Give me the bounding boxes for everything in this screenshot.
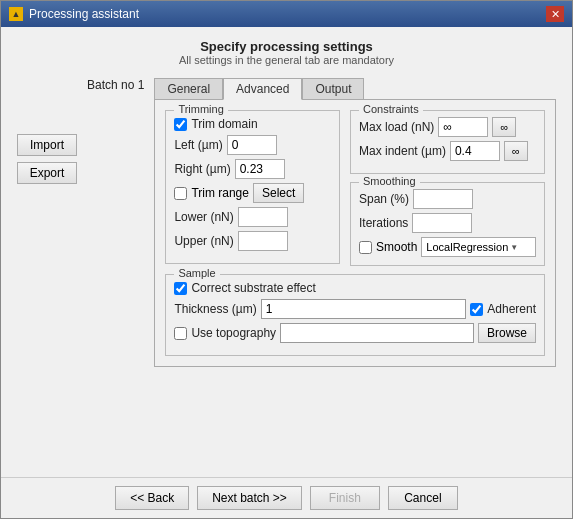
- window-title: Processing assistant: [29, 7, 139, 21]
- max-load-label: Max load (nN): [359, 120, 434, 134]
- select-button[interactable]: Select: [253, 183, 304, 203]
- trimming-group: Trimming Trim domain Left (µm): [165, 110, 340, 264]
- left-input[interactable]: [227, 135, 277, 155]
- sample-group: Sample Correct substrate effect Thicknes…: [165, 274, 545, 356]
- smooth-method-text: LocalRegression: [426, 241, 508, 253]
- title-bar: ▲ Processing assistant ✕: [1, 1, 572, 27]
- correct-substrate-text: Correct substrate effect: [191, 281, 316, 295]
- constraints-group: Constraints Max load (nN) ∞ Max indent (…: [350, 110, 545, 174]
- max-load-row: Max load (nN) ∞: [359, 117, 536, 137]
- main-window: ▲ Processing assistant ✕ Specify process…: [0, 0, 573, 519]
- import-button[interactable]: Import: [17, 134, 77, 156]
- thickness-row: Thickness (µm) Adherent: [174, 299, 536, 319]
- tab-output[interactable]: Output: [302, 78, 364, 100]
- lower-input[interactable]: [238, 207, 288, 227]
- right-input[interactable]: [235, 159, 285, 179]
- iterations-label: Iterations: [359, 216, 408, 230]
- next-batch-button[interactable]: Next batch >>: [197, 486, 302, 510]
- thickness-input[interactable]: [261, 299, 467, 319]
- browse-button[interactable]: Browse: [478, 323, 536, 343]
- tab-advanced[interactable]: Advanced: [223, 78, 302, 100]
- use-topography-checkbox[interactable]: [174, 327, 187, 340]
- smoothing-group: Smoothing Span (%) Iterations: [350, 182, 545, 266]
- span-label: Span (%): [359, 192, 409, 206]
- tab-content-advanced: Trimming Trim domain Left (µm): [154, 99, 556, 367]
- footer: << Back Next batch >> Finish Cancel: [1, 477, 572, 518]
- lower-row: Lower (nN): [174, 207, 331, 227]
- header-title: Specify processing settings: [17, 39, 556, 54]
- header-section: Specify processing settings All settings…: [17, 39, 556, 66]
- max-indent-inf-button[interactable]: ∞: [504, 141, 528, 161]
- correct-substrate-row: Correct substrate effect: [174, 281, 536, 295]
- finish-button[interactable]: Finish: [310, 486, 380, 510]
- thickness-label: Thickness (µm): [174, 302, 256, 316]
- right-panel: Constraints Max load (nN) ∞ Max indent (…: [350, 110, 545, 266]
- adherent-text: Adherent: [487, 302, 536, 316]
- trim-domain-checkbox[interactable]: [174, 118, 187, 131]
- trim-range-checkbox[interactable]: [174, 187, 187, 200]
- export-button[interactable]: Export: [17, 162, 77, 184]
- close-button[interactable]: ✕: [546, 6, 564, 22]
- topography-input[interactable]: [280, 323, 474, 343]
- right-row: Right (µm): [174, 159, 331, 179]
- back-button[interactable]: << Back: [115, 486, 189, 510]
- span-row: Span (%): [359, 189, 536, 209]
- left-row: Left (µm): [174, 135, 331, 155]
- batch-section: Batch no 1 General Advanced Output Trimm…: [87, 78, 556, 465]
- iterations-input[interactable]: [412, 213, 472, 233]
- iterations-row: Iterations: [359, 213, 536, 233]
- trim-domain-text: Trim domain: [191, 117, 257, 131]
- app-icon: ▲: [9, 7, 23, 21]
- topography-row: Use topography Browse: [174, 323, 536, 343]
- max-indent-label: Max indent (µm): [359, 144, 446, 158]
- trim-range-text: Trim range: [191, 186, 249, 200]
- smoothing-label: Smoothing: [359, 175, 420, 187]
- adherent-checkbox[interactable]: [470, 303, 483, 316]
- title-bar-left: ▲ Processing assistant: [9, 7, 139, 21]
- trim-domain-row: Trim domain: [174, 117, 331, 131]
- header-subtitle: All settings in the general tab are mand…: [17, 54, 556, 66]
- constraints-label: Constraints: [359, 103, 423, 115]
- tabs: General Advanced Output: [154, 78, 556, 100]
- span-input[interactable]: [413, 189, 473, 209]
- left-label: Left (µm): [174, 138, 222, 152]
- cancel-button[interactable]: Cancel: [388, 486, 458, 510]
- tab-container: General Advanced Output Trimming: [154, 78, 556, 367]
- trimming-label: Trimming: [174, 103, 227, 115]
- max-indent-row: Max indent (µm) ∞: [359, 141, 536, 161]
- content-area: Specify processing settings All settings…: [1, 27, 572, 477]
- smooth-checkbox[interactable]: [359, 241, 372, 254]
- sample-label: Sample: [174, 267, 219, 279]
- max-load-inf-button[interactable]: ∞: [492, 117, 516, 137]
- smooth-method-dropdown[interactable]: LocalRegression ▼: [421, 237, 536, 257]
- use-topography-text: Use topography: [191, 326, 276, 340]
- smooth-text: Smooth: [376, 240, 417, 254]
- lower-label: Lower (nN): [174, 210, 233, 224]
- max-indent-input[interactable]: [450, 141, 500, 161]
- upper-label: Upper (nN): [174, 234, 233, 248]
- upper-input[interactable]: [238, 231, 288, 251]
- import-export-buttons: ImportExport: [17, 78, 77, 465]
- right-label: Right (µm): [174, 162, 230, 176]
- max-load-input[interactable]: [438, 117, 488, 137]
- panels-row: Trimming Trim domain Left (µm): [165, 110, 545, 266]
- tab-general[interactable]: General: [154, 78, 223, 100]
- correct-substrate-checkbox[interactable]: [174, 282, 187, 295]
- dropdown-arrow-icon: ▼: [510, 243, 531, 252]
- batch-label: Batch no 1: [87, 78, 144, 92]
- left-panel: Trimming Trim domain Left (µm): [165, 110, 340, 266]
- upper-row: Upper (nN): [174, 231, 331, 251]
